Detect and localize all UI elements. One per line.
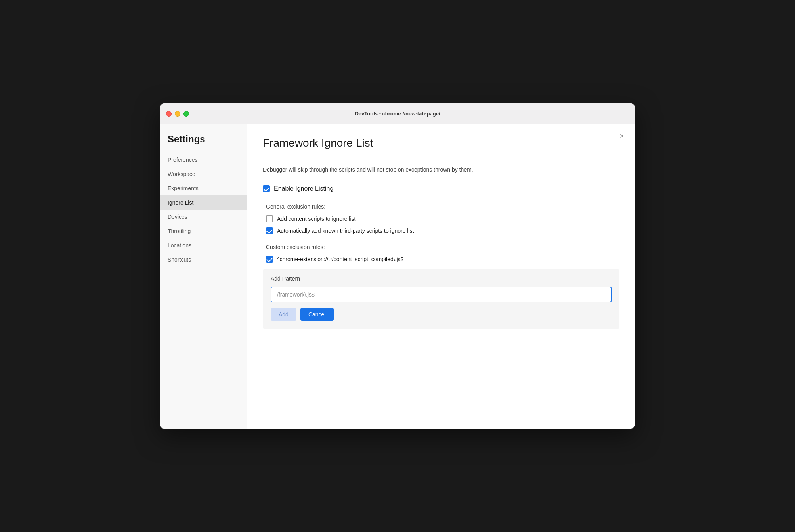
titlebar-title: DevTools - chrome://new-tab-page/ [355, 111, 440, 117]
sidebar-item-shortcuts[interactable]: Shortcuts [160, 253, 247, 267]
devtools-window: DevTools - chrome://new-tab-page/ Settin… [160, 103, 635, 429]
sidebar-item-locations[interactable]: Locations [160, 238, 247, 253]
minimize-traffic-light[interactable] [175, 111, 180, 117]
close-button[interactable]: × [616, 130, 627, 142]
option1-row: Add content scripts to ignore list [266, 215, 619, 222]
sidebar: Settings Preferences Workspace Experimen… [160, 124, 247, 429]
option2-row: Automatically add known third-party scri… [266, 227, 619, 234]
page-title: Framework Ignore List [263, 137, 619, 149]
enable-ignore-listing-label: Enable Ignore Listing [274, 185, 333, 192]
add-button[interactable]: Add [271, 308, 296, 321]
buttons-row: Add Cancel [271, 308, 612, 321]
sidebar-item-ignore-list[interactable]: Ignore List [160, 195, 247, 210]
sidebar-heading: Settings [160, 134, 247, 153]
general-exclusion-label: General exclusion rules: [266, 203, 619, 210]
cancel-button[interactable]: Cancel [300, 308, 334, 321]
content-area: Settings Preferences Workspace Experimen… [160, 124, 635, 429]
main-content: × Framework Ignore List Debugger will sk… [247, 124, 635, 429]
custom-rule-text: ^chrome-extension://.*/content_script_co… [277, 256, 403, 262]
custom-exclusion-label: Custom exclusion rules: [266, 244, 619, 250]
custom-exclusion-section: Custom exclusion rules: ^chrome-extensio… [263, 244, 619, 263]
close-traffic-light[interactable] [166, 111, 172, 117]
sidebar-item-preferences[interactable]: Preferences [160, 153, 247, 167]
titlebar: DevTools - chrome://new-tab-page/ [160, 103, 635, 124]
option2-label: Automatically add known third-party scri… [277, 228, 414, 234]
custom-rule-checkbox[interactable] [266, 256, 273, 263]
add-pattern-section: Add Pattern Add Cancel [263, 269, 619, 329]
traffic-lights [166, 111, 189, 117]
option1-label: Add content scripts to ignore list [277, 216, 355, 222]
description: Debugger will skip through the scripts a… [263, 166, 619, 174]
add-pattern-label: Add Pattern [271, 276, 612, 282]
sidebar-item-experiments[interactable]: Experiments [160, 181, 247, 195]
divider [263, 156, 619, 156]
option2-checkbox[interactable] [266, 227, 273, 234]
pattern-input[interactable] [271, 287, 612, 302]
sidebar-item-workspace[interactable]: Workspace [160, 167, 247, 181]
enable-ignore-listing-checkbox[interactable] [263, 185, 270, 192]
enable-ignore-listing-row: Enable Ignore Listing [263, 185, 619, 192]
custom-rule-row: ^chrome-extension://.*/content_script_co… [266, 256, 619, 263]
sidebar-item-throttling[interactable]: Throttling [160, 224, 247, 238]
maximize-traffic-light[interactable] [183, 111, 189, 117]
sidebar-item-devices[interactable]: Devices [160, 210, 247, 224]
option1-checkbox[interactable] [266, 215, 273, 222]
